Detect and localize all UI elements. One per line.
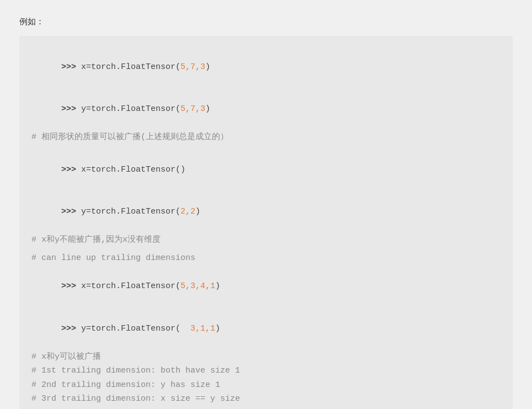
comment-line: # x和y不能被广播,因为x没有维度 xyxy=(31,233,501,247)
args-orange: 3,1,1 xyxy=(190,324,215,333)
prompt: >>> xyxy=(61,324,81,333)
code-block: >>> x=torch.FloatTensor(5,7,3) >>> y=tor… xyxy=(19,36,513,409)
args-orange: 5,7,3 xyxy=(180,104,205,114)
code-text: x=torch.FloatTensor( xyxy=(81,62,180,72)
comment-line: # 4th trailing dimension: y dimension do… xyxy=(31,406,501,410)
comment-line: # 1st trailing dimension: both have size… xyxy=(31,364,501,378)
code-text: ) xyxy=(205,62,210,72)
prompt: >>> xyxy=(61,207,81,216)
prompt: >>> xyxy=(61,62,81,72)
comment-line: # 2nd trailing dimension: y has size 1 xyxy=(31,378,501,392)
code-text: ) xyxy=(195,207,200,216)
code-line: >>> x=torch.FloatTensor(5,7,3) xyxy=(31,46,501,88)
prompt: >>> xyxy=(61,165,81,174)
code-text: y=torch.FloatTensor( xyxy=(81,207,180,216)
code-text: x=torch.FloatTensor( xyxy=(81,281,180,291)
comment-line: # 3rd trailing dimension: x size == y si… xyxy=(31,392,501,406)
code-text: ) xyxy=(215,281,220,291)
spacer xyxy=(31,247,501,252)
code-line: >>> x=torch.FloatTensor(5,3,4,1) xyxy=(31,265,501,308)
comment-line: # 相同形状的质量可以被广播(上述规则总是成立的） xyxy=(31,130,501,145)
code-line: >>> y=torch.FloatTensor( 3,1,1) xyxy=(31,307,501,350)
intro-label: 例如： xyxy=(19,17,513,27)
page-container: 例如： >>> x=torch.FloatTensor(5,7,3) >>> y… xyxy=(11,11,521,409)
spacer xyxy=(31,145,501,149)
args-orange: 2,2 xyxy=(180,207,195,216)
code-text: y=torch.FloatTensor( xyxy=(81,324,190,333)
args-orange: 5,7,3 xyxy=(180,62,205,72)
code-text: x=torch.FloatTensor() xyxy=(81,165,185,174)
code-text: ) xyxy=(215,324,220,333)
args-orange: 5,3,4,1 xyxy=(180,281,215,291)
code-line: >>> y=torch.FloatTensor(5,7,3) xyxy=(31,88,501,131)
code-text: y=torch.FloatTensor( xyxy=(81,104,180,114)
code-line: >>> x=torch.FloatTensor() xyxy=(31,148,501,191)
comment-line: # x和y可以被广播 xyxy=(31,350,501,364)
prompt: >>> xyxy=(61,104,81,114)
code-line: >>> y=torch.FloatTensor(2,2) xyxy=(31,191,501,233)
comment-line: # can line up trailing dimensions xyxy=(31,251,501,265)
prompt: >>> xyxy=(61,281,81,291)
code-text: ) xyxy=(205,104,210,114)
